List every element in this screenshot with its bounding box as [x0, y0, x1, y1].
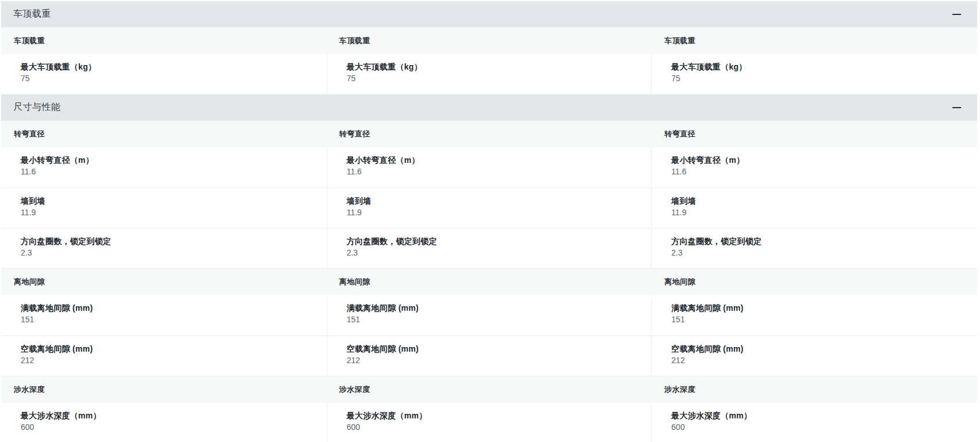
spec-label: 空载离地间隙 (mm) — [347, 344, 640, 354]
spec-value: 212 — [671, 356, 966, 365]
spec-cell: 方向盘圈数，锁定到锁定2.3 — [1, 228, 327, 268]
spec-value: 75 — [347, 74, 640, 83]
spec-label: 满载离地间隙 (mm) — [671, 303, 966, 313]
spec-cell: 最小转弯直径（m）11.6 — [327, 147, 652, 188]
spec-cell: 最大车顶载重（kg）75 — [327, 54, 652, 94]
group-header-cell: 车顶载重 — [1, 36, 327, 46]
spec-label: 最小转弯直径（m） — [347, 155, 640, 165]
spec-label: 最大车顶载重（kg） — [347, 62, 640, 72]
spec-cell: 方向盘圈数，锁定到锁定2.3 — [327, 228, 652, 268]
spec-row: 最大涉水深度（mm）600最大涉水深度（mm）600最大涉水深度（mm）600 — [1, 403, 977, 442]
spec-cell: 空载离地间隙 (mm)212 — [652, 336, 977, 376]
group-header-cell: 转弯直径 — [1, 129, 327, 139]
spec-value: 11.6 — [347, 167, 640, 177]
spec-value: 75 — [671, 74, 966, 83]
group-header-cell: 离地间隙 — [652, 277, 977, 287]
spec-cell: 空载离地间隙 (mm)212 — [327, 336, 652, 376]
spec-row: 空载离地间隙 (mm)212空载离地间隙 (mm)212空载离地间隙 (mm)2… — [1, 336, 977, 376]
section-title: 车顶载重 — [13, 8, 51, 20]
spec-value: 11.6 — [21, 167, 315, 177]
group-header-cell: 涉水深度 — [652, 384, 977, 395]
spec-value: 212 — [347, 356, 640, 365]
spec-row: 满载离地间隙 (mm)151满载离地间隙 (mm)151满载离地间隙 (mm)1… — [1, 295, 977, 336]
group-header-cell: 离地间隙 — [327, 277, 652, 287]
spec-value: 2.3 — [671, 248, 966, 258]
spec-label: 最大涉水深度（mm） — [671, 410, 966, 421]
group-header-cell: 车顶载重 — [652, 36, 977, 46]
group-header-turning-diameter: 转弯直径转弯直径转弯直径 — [1, 120, 977, 147]
spec-row: 墙到墙11.9墙到墙11.9墙到墙11.9 — [1, 188, 977, 228]
group-header-cell: 转弯直径 — [652, 129, 977, 139]
spec-label: 墙到墙 — [21, 196, 315, 206]
spec-label: 空载离地间隙 (mm) — [671, 344, 966, 354]
minus-bar — [952, 107, 961, 108]
spec-label: 最大涉水深度（mm） — [347, 410, 640, 421]
spec-label: 方向盘圈数，锁定到锁定 — [347, 236, 640, 246]
spec-cell: 最大涉水深度（mm）600 — [327, 403, 652, 442]
spec-cell: 最大车顶载重（kg）75 — [652, 54, 977, 94]
section-title: 尺寸与性能 — [13, 101, 61, 113]
group-header-roof-load: 车顶载重车顶载重车顶载重 — [1, 27, 977, 54]
spec-label: 最大车顶载重（kg） — [671, 62, 966, 72]
group-header-cell: 涉水深度 — [1, 384, 327, 395]
spec-value: 212 — [21, 356, 315, 365]
spec-label: 最小转弯直径（m） — [671, 155, 966, 165]
spec-cell: 最大涉水深度（mm）600 — [652, 403, 977, 442]
spec-section-roof-load: 车顶载重车顶载重车顶载重车顶载重最大车顶载重（kg）75最大车顶载重（kg）75… — [1, 1, 977, 94]
spec-cell: 最小转弯直径（m）11.6 — [1, 147, 327, 188]
group-header-cell: 涉水深度 — [327, 384, 652, 395]
group-header-cell: 转弯直径 — [327, 129, 652, 139]
spec-section-dimensions-performance: 尺寸与性能转弯直径转弯直径转弯直径最小转弯直径（m）11.6最小转弯直径（m）1… — [1, 94, 977, 442]
spec-cell: 满载离地间隙 (mm)151 — [1, 295, 327, 336]
spec-value: 11.6 — [671, 167, 966, 177]
spec-label: 最大车顶载重（kg） — [21, 62, 315, 72]
spec-cell: 满载离地间隙 (mm)151 — [327, 295, 652, 336]
spec-label: 墙到墙 — [671, 196, 966, 206]
spec-label: 满载离地间隙 (mm) — [21, 303, 315, 313]
spec-value: 2.3 — [347, 248, 640, 258]
spec-value: 600 — [21, 422, 315, 432]
spec-cell: 墙到墙11.9 — [1, 188, 327, 228]
spec-label: 空载离地间隙 (mm) — [21, 344, 315, 354]
spec-value: 2.3 — [21, 248, 315, 258]
spec-row: 最小转弯直径（m）11.6最小转弯直径（m）11.6最小转弯直径（m）11.6 — [1, 147, 977, 188]
spec-cell: 最大涉水深度（mm）600 — [1, 403, 327, 442]
group-header-cell: 离地间隙 — [1, 277, 327, 287]
spec-cell: 墙到墙11.9 — [327, 188, 652, 228]
spec-value: 11.9 — [21, 208, 315, 218]
spec-cell: 空载离地间隙 (mm)212 — [1, 336, 327, 376]
spec-cell: 方向盘圈数，锁定到锁定2.3 — [652, 228, 977, 268]
spec-value: 75 — [21, 74, 315, 83]
spec-value: 151 — [21, 315, 315, 325]
spec-value: 600 — [671, 422, 966, 432]
spec-cell: 墙到墙11.9 — [652, 188, 977, 228]
spec-label: 墙到墙 — [347, 196, 640, 206]
spec-value: 11.9 — [347, 208, 640, 218]
spec-row: 方向盘圈数，锁定到锁定2.3方向盘圈数，锁定到锁定2.3方向盘圈数，锁定到锁定2… — [1, 228, 977, 268]
spec-value: 151 — [671, 315, 966, 325]
spec-comparison-table: 车顶载重车顶载重车顶载重车顶载重最大车顶载重（kg）75最大车顶载重（kg）75… — [1, 1, 977, 442]
section-header-roof-load[interactable]: 车顶载重 — [1, 1, 977, 27]
spec-value: 600 — [347, 422, 640, 432]
spec-label: 最大涉水深度（mm） — [21, 410, 315, 421]
spec-label: 最小转弯直径（m） — [21, 155, 315, 165]
minus-bar — [952, 14, 961, 15]
spec-value: 11.9 — [671, 208, 966, 218]
spec-label: 方向盘圈数，锁定到锁定 — [671, 236, 966, 246]
collapse-minus-icon[interactable] — [951, 102, 962, 113]
group-header-cell: 车顶载重 — [327, 36, 652, 46]
section-header-dimensions-performance[interactable]: 尺寸与性能 — [1, 94, 977, 120]
group-header-wading-depth: 涉水深度涉水深度涉水深度 — [1, 376, 977, 403]
spec-row: 最大车顶载重（kg）75最大车顶载重（kg）75最大车顶载重（kg）75 — [1, 54, 977, 94]
spec-cell: 满载离地间隙 (mm)151 — [652, 295, 977, 336]
collapse-minus-icon[interactable] — [951, 9, 962, 20]
spec-label: 方向盘圈数，锁定到锁定 — [21, 236, 315, 246]
spec-label: 满载离地间隙 (mm) — [347, 303, 640, 313]
spec-cell: 最小转弯直径（m）11.6 — [652, 147, 977, 188]
spec-cell: 最大车顶载重（kg）75 — [1, 54, 327, 94]
group-header-ground-clearance: 离地间隙离地间隙离地间隙 — [1, 268, 977, 295]
spec-value: 151 — [347, 315, 640, 325]
